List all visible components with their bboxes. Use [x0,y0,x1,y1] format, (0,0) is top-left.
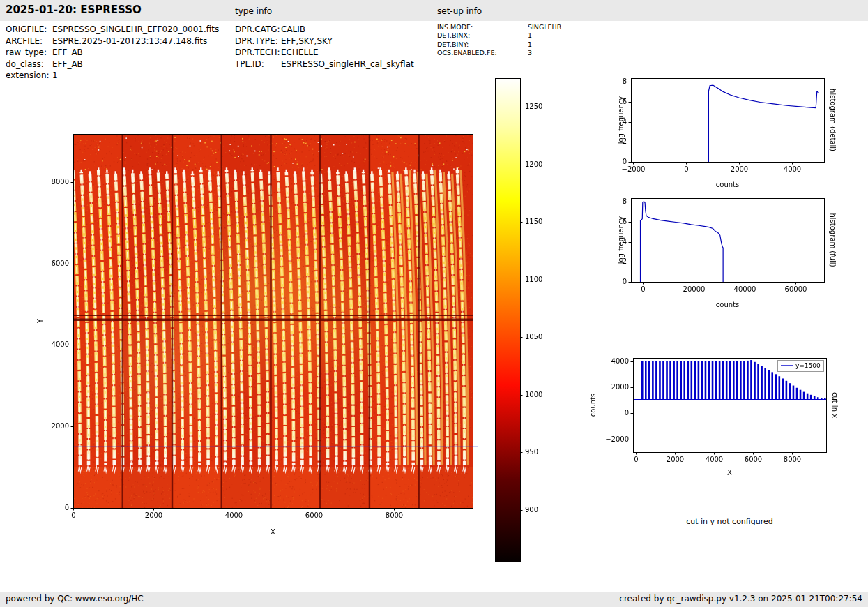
field-label: OCS.ENABLED.FE: [437,49,528,57]
field-value: 1 [528,31,532,39]
field-value: 3 [528,49,532,57]
meta-row: raw_type:EFF_AB [6,47,219,59]
qc-report-page: 2025-01-20: ESPRESSO type info set-up in… [0,0,868,607]
meta-row: OCS.ENABLED.FE:3 [437,49,561,57]
type-info-heading: type info [235,6,272,16]
histogram-full-plot [589,193,851,315]
raw-frame-image-plot [28,126,488,544]
file-info-block: ORIGFILE:ESPRESSO_SINGLEHR_EFF020_0001.f… [6,24,219,82]
meta-row: extension:1 [6,70,219,82]
field-value: ESPRESSO_SINGLEHR_EFF020_0001.fits [52,24,219,34]
footer-left: powered by QC: www.eso.org/HC [6,594,144,604]
header-bar: 2025-01-20: ESPRESSO type info set-up in… [0,0,868,21]
field-value: EFF,SKY,SKY [281,36,333,46]
field-label: raw_type: [6,47,52,59]
footer-right: created by qc_rawdisp.py v1.2.3 on 2025-… [619,594,862,604]
cut-in-x-plot [586,352,851,485]
field-label: DPR.TECH: [235,47,281,59]
histogram-detail-plot [589,73,851,195]
field-label: DET.BINX: [437,31,528,40]
meta-row: ORIGFILE:ESPRESSO_SINGLEHR_EFF020_0001.f… [6,24,219,36]
field-value: SINGLEHR [528,23,561,31]
field-label: extension: [6,70,52,82]
setup-info-block: INS.MODE:SINGLEHR DET.BINX:1 DET.BINY:1 … [437,23,561,58]
field-value: 1 [52,70,58,80]
field-value: ESPRESSO_singleHR_cal_skyflat [281,59,414,69]
meta-row: TPL.ID:ESPRESSO_singleHR_cal_skyflat [235,59,414,70]
meta-row: ARCFILE:ESPRE.2025-01-20T23:13:47.148.fi… [6,36,219,47]
type-info-block: DPR.CATG:CALIB DPR.TYPE:EFF,SKY,SKY DPR.… [235,24,414,70]
field-label: ARCFILE: [6,36,52,47]
colorbar [492,73,554,569]
meta-row: DET.BINY:1 [437,40,561,49]
field-value: ESPRE.2025-01-20T23:13:47.148.fits [52,36,207,46]
field-label: DPR.CATG: [235,24,281,36]
setup-info-heading: set-up info [437,6,482,16]
field-label: TPL.ID: [235,59,281,70]
field-value: EFF_AB [52,47,83,57]
meta-row: DPR.TYPE:EFF,SKY,SKY [235,36,414,47]
field-value: ECHELLE [281,47,319,57]
field-value: EFF_AB [52,59,83,69]
cut-in-y-note: cut in y not configured [633,517,826,526]
field-label: INS.MODE: [437,23,528,31]
meta-row: INS.MODE:SINGLEHR [437,23,561,31]
field-label: DPR.TYPE: [235,36,281,47]
meta-row: DPR.TECH:ECHELLE [235,47,414,59]
meta-row: DPR.CATG:CALIB [235,24,414,36]
meta-row: DET.BINX:1 [437,31,561,40]
field-label: do_class: [6,59,52,70]
meta-row: do_class:EFF_AB [6,59,219,70]
field-label: DET.BINY: [437,40,528,49]
footer-bar: powered by QC: www.eso.org/HC created by… [0,592,868,607]
field-label: ORIGFILE: [6,24,52,36]
field-value: CALIB [281,24,305,34]
field-value: 1 [528,40,532,48]
page-title: 2025-01-20: ESPRESSO [6,3,142,16]
